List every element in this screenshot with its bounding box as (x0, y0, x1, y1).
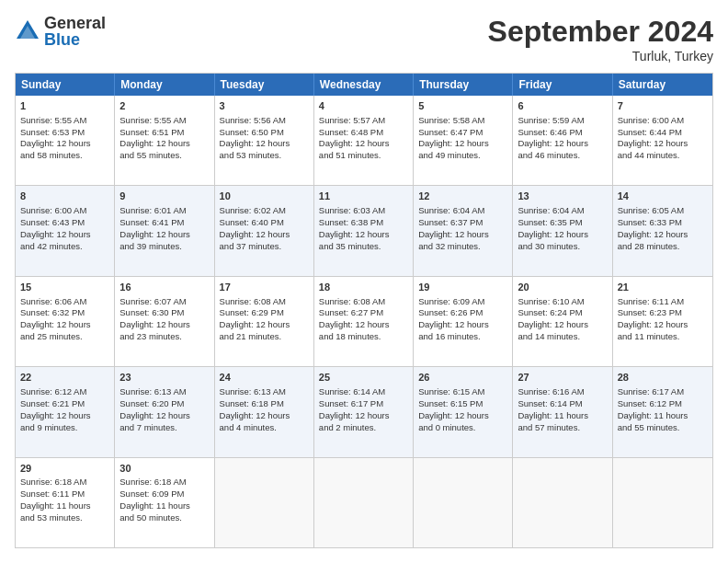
day-info-line: Daylight: 12 hours (20, 229, 109, 241)
cal-cell-0-1: 2Sunrise: 5:55 AMSunset: 6:51 PMDaylight… (115, 96, 214, 185)
month-title: September 2024 (488, 15, 713, 49)
day-info-line: Sunrise: 6:06 AM (20, 296, 109, 308)
day-number: 28 (618, 371, 708, 385)
day-number: 23 (119, 371, 209, 385)
calendar-row-1: 8Sunrise: 6:00 AMSunset: 6:43 PMDaylight… (16, 185, 712, 275)
day-info-line: Daylight: 12 hours (220, 138, 309, 150)
cal-cell-3-0: 22Sunrise: 6:12 AMSunset: 6:21 PMDayligh… (16, 367, 115, 456)
weekday-header-tuesday: Tuesday (215, 74, 314, 96)
day-number: 11 (319, 190, 408, 203)
day-info-line: Daylight: 12 hours (618, 319, 708, 331)
cal-cell-4-5 (513, 458, 612, 547)
day-info-line: Sunrise: 6:04 AM (418, 205, 507, 217)
logo-icon (15, 18, 40, 44)
day-info-line: Sunrise: 6:08 AM (319, 296, 408, 308)
day-info-line: Sunrise: 5:55 AM (20, 115, 109, 127)
day-info-line: and 42 minutes. (20, 241, 109, 253)
day-info-line: Sunset: 6:09 PM (119, 488, 209, 500)
day-info-line: and 44 minutes. (618, 150, 708, 162)
day-number: 29 (20, 462, 109, 476)
logo-blue: Blue (44, 31, 106, 48)
day-number: 4 (319, 99, 408, 113)
cal-cell-0-5: 6Sunrise: 5:59 AMSunset: 6:46 PMDaylight… (513, 96, 612, 185)
day-info-line: Sunrise: 6:10 AM (518, 296, 607, 308)
day-number: 10 (220, 190, 309, 203)
title-area: September 2024 Turluk, Turkey (488, 15, 713, 63)
cal-cell-1-3: 11Sunrise: 6:03 AMSunset: 6:38 PMDayligh… (314, 186, 414, 275)
day-info-line: Sunset: 6:53 PM (20, 127, 109, 139)
day-info-line: and 53 minutes. (20, 512, 109, 524)
day-info-line: and 23 minutes. (119, 331, 209, 343)
day-info-line: Sunset: 6:12 PM (618, 398, 708, 410)
day-info-line: Daylight: 12 hours (618, 229, 708, 241)
day-info-line: and 50 minutes. (119, 512, 209, 524)
calendar-row-4: 29Sunrise: 6:18 AMSunset: 6:11 PMDayligh… (16, 457, 712, 547)
cal-cell-3-4: 26Sunrise: 6:15 AMSunset: 6:15 PMDayligh… (414, 367, 513, 456)
day-number: 26 (418, 371, 507, 385)
day-info-line: Sunset: 6:32 PM (20, 307, 109, 319)
day-info-line: and 4 minutes. (220, 422, 309, 434)
day-info-line: and 57 minutes. (518, 422, 607, 434)
day-info-line: Sunset: 6:11 PM (20, 488, 109, 500)
day-info-line: Sunset: 6:30 PM (119, 307, 209, 319)
cal-cell-1-5: 13Sunrise: 6:04 AMSunset: 6:35 PMDayligh… (513, 186, 612, 275)
day-info-line: Sunrise: 6:16 AM (518, 386, 607, 398)
day-info-line: Sunrise: 6:08 AM (220, 296, 309, 308)
cal-cell-0-4: 5Sunrise: 5:58 AMSunset: 6:47 PMDaylight… (414, 96, 513, 185)
cal-cell-2-2: 17Sunrise: 6:08 AMSunset: 6:29 PMDayligh… (215, 277, 314, 366)
weekday-header-sunday: Sunday (16, 74, 115, 96)
day-number: 15 (20, 281, 109, 294)
day-info-line: Sunrise: 6:13 AM (220, 386, 309, 398)
day-info-line: Sunset: 6:51 PM (119, 127, 209, 139)
day-info-line: Sunset: 6:40 PM (220, 217, 309, 229)
day-info-line: Sunset: 6:44 PM (618, 127, 708, 139)
day-info-line: Sunrise: 6:04 AM (518, 205, 607, 217)
day-info-line: and 35 minutes. (319, 241, 408, 253)
day-number: 2 (119, 99, 209, 113)
day-info-line: and 32 minutes. (418, 241, 507, 253)
day-info-line: and 2 minutes. (319, 422, 408, 434)
day-info-line: Daylight: 11 hours (20, 500, 109, 512)
day-number: 3 (220, 99, 309, 113)
day-info-line: and 55 minutes. (618, 422, 708, 434)
logo: General Blue (15, 15, 106, 48)
day-info-line: and 18 minutes. (319, 331, 408, 343)
day-info-line: and 25 minutes. (20, 331, 109, 343)
day-info-line: Daylight: 12 hours (20, 410, 109, 422)
day-info-line: Daylight: 12 hours (119, 138, 209, 150)
day-number: 12 (418, 190, 507, 203)
cal-cell-1-4: 12Sunrise: 6:04 AMSunset: 6:37 PMDayligh… (414, 186, 513, 275)
day-info-line: Sunrise: 6:02 AM (220, 205, 309, 217)
cal-cell-4-4 (414, 458, 513, 547)
day-info-line: Sunrise: 6:17 AM (618, 386, 708, 398)
day-info-line: Sunrise: 6:12 AM (20, 386, 109, 398)
day-info-line: Daylight: 12 hours (319, 319, 408, 331)
calendar-row-2: 15Sunrise: 6:06 AMSunset: 6:32 PMDayligh… (16, 276, 712, 366)
day-info-line: Sunrise: 6:09 AM (418, 296, 507, 308)
cal-cell-2-1: 16Sunrise: 6:07 AMSunset: 6:30 PMDayligh… (115, 277, 214, 366)
day-info-line: Daylight: 12 hours (418, 138, 507, 150)
day-number: 16 (119, 281, 209, 294)
calendar-body: 1Sunrise: 5:55 AMSunset: 6:53 PMDaylight… (16, 96, 712, 547)
day-info-line: Daylight: 12 hours (119, 410, 209, 422)
day-number: 20 (518, 281, 607, 294)
day-info-line: Sunset: 6:48 PM (319, 127, 408, 139)
day-info-line: Sunrise: 6:00 AM (20, 205, 109, 217)
day-info-line: Daylight: 12 hours (618, 138, 708, 150)
day-info-line: Daylight: 12 hours (220, 319, 309, 331)
day-info-line: and 51 minutes. (319, 150, 408, 162)
day-info-line: Sunset: 6:46 PM (518, 127, 607, 139)
day-info-line: Daylight: 12 hours (319, 229, 408, 241)
day-info-line: Sunset: 6:33 PM (618, 217, 708, 229)
day-info-line: and 0 minutes. (418, 422, 507, 434)
day-number: 24 (220, 371, 309, 385)
day-info-line: and 58 minutes. (20, 150, 109, 162)
cal-cell-0-2: 3Sunrise: 5:56 AMSunset: 6:50 PMDaylight… (215, 96, 314, 185)
day-info-line: Sunset: 6:38 PM (319, 217, 408, 229)
cal-cell-1-1: 9Sunrise: 6:01 AMSunset: 6:41 PMDaylight… (115, 186, 214, 275)
day-number: 30 (119, 462, 209, 476)
day-number: 27 (518, 371, 607, 385)
day-number: 21 (618, 281, 708, 294)
day-info-line: Daylight: 12 hours (119, 319, 209, 331)
day-number: 1 (20, 99, 109, 113)
